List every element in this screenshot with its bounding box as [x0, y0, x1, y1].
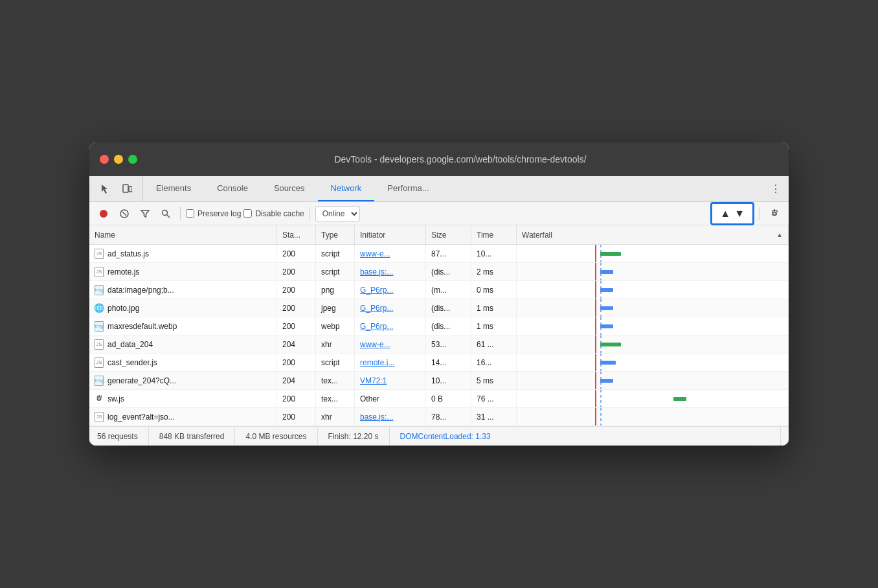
- table-row[interactable]: img maxresdefault.webp 200 webp G_P6rp..…: [89, 317, 789, 335]
- waterfall-cell: [522, 317, 783, 335]
- th-waterfall[interactable]: Waterfall ▲: [517, 225, 789, 244]
- th-type[interactable]: Type: [316, 225, 355, 244]
- device-icon-btn[interactable]: [118, 180, 136, 198]
- initiator-link[interactable]: base.js:...: [360, 413, 393, 422]
- waterfall-red-line: [595, 372, 596, 389]
- filter-icon: [141, 210, 150, 218]
- td-waterfall: [517, 335, 789, 353]
- td-type: tex...: [316, 372, 355, 389]
- row-filename: generate_204?cQ...: [107, 376, 176, 385]
- td-time: 10...: [471, 245, 517, 262]
- td-size: 0 B: [426, 390, 471, 407]
- waterfall-cell: [522, 281, 783, 299]
- clear-button[interactable]: [115, 205, 133, 223]
- disable-cache-checkbox[interactable]: [243, 209, 252, 218]
- td-size: 10...: [426, 372, 471, 389]
- th-status[interactable]: Sta...: [277, 225, 316, 244]
- waterfall-red-line: [595, 263, 596, 280]
- initiator-link[interactable]: G_P6rp...: [360, 322, 393, 331]
- device-icon: [122, 184, 132, 194]
- td-time: 2 ms: [471, 263, 517, 280]
- row-filename: ad_status.js: [107, 249, 149, 258]
- td-initiator: base.js:...: [355, 263, 426, 280]
- more-tabs-button[interactable]: ⋮: [763, 176, 789, 201]
- upload-icon[interactable]: ▲: [720, 208, 730, 220]
- td-type: xhr: [316, 408, 355, 425]
- table-row[interactable]: JS remote.js 200 script base.js:... (dis…: [89, 263, 789, 281]
- tab-network[interactable]: Network: [318, 176, 375, 201]
- td-status: 200: [277, 263, 316, 280]
- waterfall-cell: [522, 372, 783, 389]
- tab-console[interactable]: Console: [204, 176, 261, 201]
- td-time: 16...: [471, 354, 517, 371]
- waterfall-cell: [522, 299, 783, 317]
- search-button[interactable]: [157, 205, 175, 223]
- settings-button[interactable]: [765, 205, 783, 223]
- waterfall-red-line: [595, 335, 596, 353]
- initiator-link[interactable]: base.js:...: [360, 267, 393, 277]
- transferred-size: 848 KB transferred: [149, 427, 236, 446]
- tab-elements[interactable]: Elements: [143, 176, 204, 201]
- table-row[interactable]: JS ad_data_204 204 xhr www-e... 53... 61…: [89, 335, 789, 354]
- td-type: script: [316, 263, 355, 280]
- waterfall-red-line: [595, 354, 596, 371]
- waterfall-red-line: [595, 281, 596, 299]
- network-toolbar: Preserve log Disable cache Online ▲ ▼: [89, 202, 789, 225]
- td-status: 200: [277, 281, 316, 299]
- initiator-link[interactable]: remote.j...: [360, 358, 394, 367]
- td-time: 5 ms: [471, 372, 517, 389]
- tab-sources[interactable]: Sources: [261, 176, 318, 201]
- td-type: jpeg: [316, 299, 355, 317]
- initiator-link[interactable]: G_P6rp...: [360, 304, 393, 313]
- td-size: (m...: [426, 281, 471, 299]
- initiator-link[interactable]: www-e...: [360, 340, 390, 349]
- svg-line-4: [122, 212, 126, 216]
- table-row[interactable]: JS ad_status.js 200 script www-e... 87..…: [89, 245, 789, 263]
- requests-count: 56 requests: [97, 427, 149, 446]
- table-row[interactable]: sw.js 200 tex... Other 0 B 76 ...: [89, 390, 789, 408]
- td-time: 76 ...: [471, 390, 517, 407]
- cursor-icon-btn[interactable]: [96, 180, 114, 198]
- initiator-link[interactable]: www-e...: [360, 249, 390, 258]
- td-status: 204: [277, 372, 316, 389]
- th-size[interactable]: Size: [426, 225, 471, 244]
- th-name[interactable]: Name: [89, 225, 277, 244]
- row-filename: maxresdefault.webp: [107, 322, 177, 331]
- maximize-button[interactable]: [128, 155, 137, 164]
- td-name: img generate_204?cQ...: [89, 372, 277, 389]
- waterfall-cell: [522, 354, 783, 371]
- download-icon[interactable]: ▼: [734, 208, 745, 220]
- cursor-icon: [100, 184, 110, 194]
- th-initiator[interactable]: Initiator: [355, 225, 426, 244]
- waterfall-red-line: [595, 299, 596, 317]
- td-initiator: remote.j...: [355, 354, 426, 371]
- titlebar: DevTools - developers.google.com/web/too…: [89, 142, 789, 176]
- tab-performance[interactable]: Performa...: [374, 176, 442, 201]
- record-button[interactable]: [95, 205, 113, 223]
- initiator-link[interactable]: G_P6rp...: [360, 286, 393, 295]
- initiator-link[interactable]: VM72:1: [360, 376, 387, 385]
- preserve-log-checkbox-label[interactable]: Preserve log: [186, 209, 241, 218]
- row-filename: remote.js: [107, 267, 139, 277]
- disable-cache-checkbox-label[interactable]: Disable cache: [243, 209, 304, 218]
- td-status: 200: [277, 317, 316, 335]
- table-row[interactable]: JS cast_sender.js 200 script remote.j...…: [89, 354, 789, 372]
- waterfall-red-line: [595, 245, 596, 262]
- minimize-button[interactable]: [114, 155, 123, 164]
- row-filename: data:image/png;b...: [107, 286, 174, 295]
- table-row[interactable]: 🌐 photo.jpg 200 jpeg G_P6rp... (dis... 1…: [89, 299, 789, 317]
- td-name: JS remote.js: [89, 263, 277, 280]
- throttling-select[interactable]: Online: [315, 206, 360, 221]
- th-time[interactable]: Time: [471, 225, 517, 244]
- table-row[interactable]: JS log_event?alt=jso... 200 xhr base.js:…: [89, 408, 789, 426]
- close-button[interactable]: [100, 155, 109, 164]
- td-time: 0 ms: [471, 281, 517, 299]
- table-row[interactable]: img generate_204?cQ... 204 tex... VM72:1…: [89, 372, 789, 390]
- table-row[interactable]: img data:image/png;b... 200 png G_P6rp..…: [89, 281, 789, 299]
- td-initiator: G_P6rp...: [355, 299, 426, 317]
- filter-button[interactable]: [136, 205, 154, 223]
- network-table: Name Sta... Type Initiator Size Time: [89, 225, 789, 426]
- td-size: 14...: [426, 354, 471, 371]
- preserve-log-checkbox[interactable]: [186, 209, 194, 218]
- td-status: 200: [277, 354, 316, 371]
